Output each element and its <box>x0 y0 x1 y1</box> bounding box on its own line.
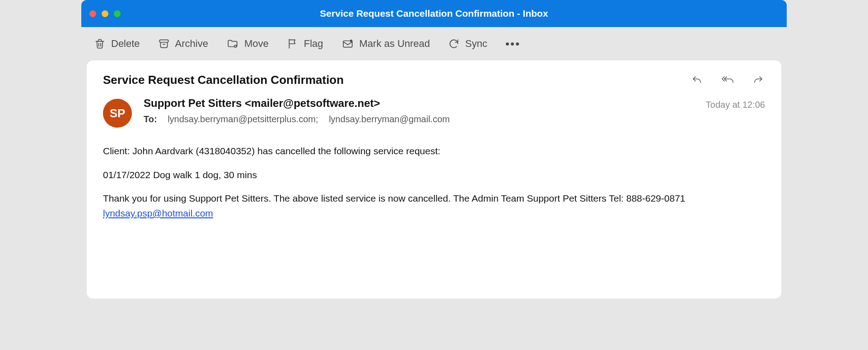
mark-unread-button[interactable]: Mark as Unread <box>341 38 430 50</box>
body-line-3-text: Thank you for using Support Pet Sitters.… <box>103 193 686 203</box>
toolbar: Delete Archive Move <box>81 27 787 60</box>
recipient-2: lyndsay.berryman@gmail.com <box>329 114 450 124</box>
body-line-2: 01/17/2022 Dog walk 1 dog, 30 mins <box>103 168 765 183</box>
folder-move-icon <box>226 38 239 50</box>
contact-email-link[interactable]: lyndsay.psp@hotmail.com <box>103 208 213 218</box>
sync-label: Sync <box>465 38 487 50</box>
forward-icon[interactable] <box>751 75 765 86</box>
titlebar: Service Request Cancellation Confirmatio… <box>81 0 787 27</box>
reply-all-icon[interactable] <box>720 75 735 86</box>
sender-block: Support Pet Sitters <mailer@petsoftware.… <box>144 97 697 124</box>
sender-name: Support Pet Sitters <mailer@petsoftware.… <box>144 97 697 110</box>
message-timestamp: Today at 12:06 <box>706 100 765 110</box>
delete-label: Delete <box>111 38 140 50</box>
flag-button[interactable]: Flag <box>287 38 323 50</box>
sync-button[interactable]: Sync <box>448 38 487 50</box>
trash-icon <box>94 38 106 50</box>
move-label: Move <box>244 38 269 50</box>
more-actions-button[interactable]: ••• <box>505 37 520 51</box>
message-body: Client: John Aardvark (4318040352) has c… <box>103 144 765 221</box>
recipients-line: To: lyndsay.berryman@petsitterplus.com; … <box>144 114 697 124</box>
message-card: Service Request Cancellation Confirmatio… <box>87 60 781 299</box>
body-line-3: Thank you for using Support Pet Sitters.… <box>103 191 765 221</box>
subject-row: Service Request Cancellation Confirmatio… <box>103 73 765 87</box>
window-controls <box>89 10 121 17</box>
archive-icon <box>158 38 170 50</box>
flag-label: Flag <box>304 38 323 50</box>
svg-point-3 <box>350 40 352 42</box>
delete-button[interactable]: Delete <box>94 38 140 50</box>
reply-icon[interactable] <box>690 75 704 86</box>
email-window: Service Request Cancellation Confirmatio… <box>81 0 787 304</box>
mark-unread-label: Mark as Unread <box>359 38 430 50</box>
recipient-1: lyndsay.berryman@petsitterplus.com; <box>168 114 318 124</box>
more-icon: ••• <box>505 37 520 51</box>
message-header: SP Support Pet Sitters <mailer@petsoftwa… <box>103 97 765 128</box>
reply-actions <box>690 75 765 86</box>
archive-button[interactable]: Archive <box>158 38 208 50</box>
body-line-1: Client: John Aardvark (4318040352) has c… <box>103 144 765 159</box>
archive-label: Archive <box>175 38 208 50</box>
flag-icon <box>287 38 299 50</box>
sync-icon <box>448 38 460 50</box>
close-window-button[interactable] <box>89 10 96 17</box>
move-button[interactable]: Move <box>226 38 269 50</box>
to-label: To: <box>144 114 157 124</box>
svg-rect-0 <box>159 40 168 42</box>
message-subject: Service Request Cancellation Confirmatio… <box>103 73 344 87</box>
maximize-window-button[interactable] <box>114 10 121 17</box>
minimize-window-button[interactable] <box>102 10 108 17</box>
sender-avatar: SP <box>103 99 132 128</box>
window-title: Service Request Cancellation Confirmatio… <box>81 8 787 19</box>
mail-unread-icon <box>341 38 354 50</box>
